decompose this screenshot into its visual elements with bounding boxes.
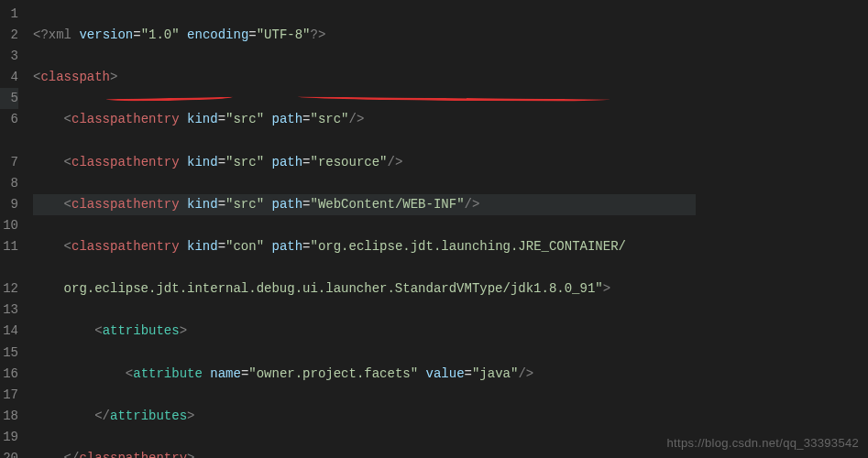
code-area[interactable]: <?xml version="1.0" encoding="UTF-8"?> <…	[27, 0, 696, 458]
code-line: <classpathentry kind="con" path="org.ecl…	[33, 236, 696, 257]
line-number: 12	[0, 278, 18, 300]
line-number: 5	[0, 88, 18, 109]
line-number: 13	[0, 300, 18, 321]
line-number: 18	[0, 406, 18, 427]
code-line: <classpathentry kind="src" path="resourc…	[33, 152, 696, 173]
line-number: 9	[0, 194, 18, 215]
line-number: 8	[0, 173, 18, 194]
line-number: 16	[0, 364, 18, 385]
code-line: </classpathentry>	[33, 448, 696, 458]
line-number: 17	[0, 385, 18, 406]
annotation-underline-icon	[298, 94, 610, 103]
line-number: 11	[0, 236, 18, 257]
code-line: org.eclipse.jdt.internal.debug.ui.launch…	[33, 278, 696, 300]
line-number: 1	[0, 4, 18, 25]
code-line: <?xml version="1.0" encoding="UTF-8"?>	[33, 25, 696, 46]
line-number: 6	[0, 109, 18, 130]
line-number-gutter: 1 2 3 4 5 6 7 8 9 10 11 12 13 14 15 16 1…	[0, 0, 27, 458]
line-number	[0, 131, 18, 152]
code-line: <attributes>	[33, 321, 696, 342]
line-number: 14	[0, 321, 18, 342]
code-line: <classpathentry kind="src" path="src"/>	[33, 109, 696, 130]
code-editor: 1 2 3 4 5 6 7 8 9 10 11 12 13 14 15 16 1…	[0, 0, 868, 458]
code-line-highlighted: <classpathentry kind="src" path="WebCont…	[33, 194, 696, 215]
line-number	[0, 257, 18, 278]
line-number: 3	[0, 46, 18, 67]
line-number: 2	[0, 25, 18, 46]
line-number: 7	[0, 152, 18, 173]
line-number: 19	[0, 427, 18, 448]
line-number: 10	[0, 215, 18, 236]
line-number: 15	[0, 343, 18, 364]
watermark-text: https://blog.csdn.net/qq_33393542	[667, 433, 859, 453]
line-number: 20	[0, 448, 18, 458]
code-line: <attribute name="owner.project.facets" v…	[33, 364, 696, 385]
annotation-underline-icon	[106, 94, 233, 102]
line-number: 4	[0, 67, 18, 88]
code-line: </attributes>	[33, 406, 696, 427]
code-line: <classpath>	[33, 67, 696, 88]
